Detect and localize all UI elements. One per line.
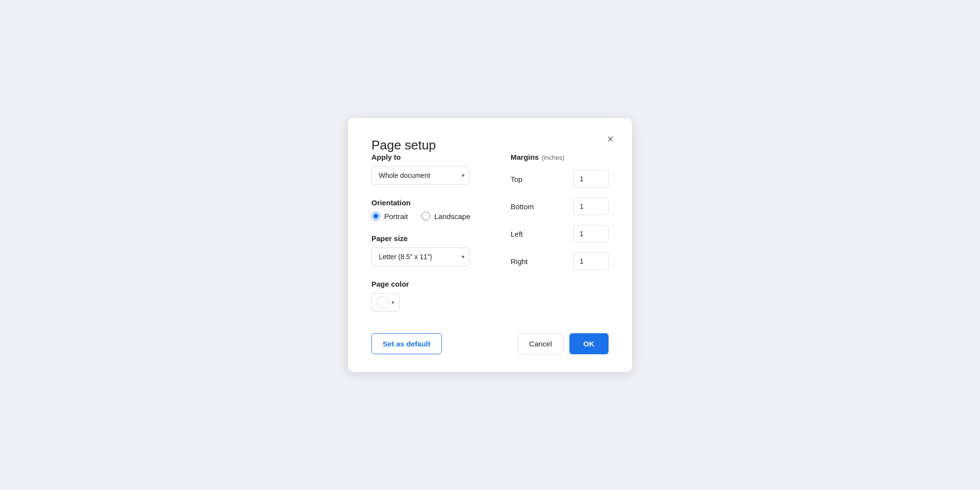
paper-size-wrapper: Letter (8.5" x 11") A4 Legal Tabloid ▾ [371,247,469,266]
margin-bottom-row: Bottom [511,197,609,215]
portrait-radio[interactable] [371,212,380,220]
page-setup-dialog: Page setup × Apply to Whole document Thi… [348,118,632,372]
orientation-section: Orientation Portrait Landscape [371,198,491,220]
margins-heading: Margins (inches) [511,153,609,161]
ok-button[interactable]: OK [569,333,609,354]
paper-size-label: Paper size [371,234,491,243]
orientation-options: Portrait Landscape [371,212,491,220]
margin-left-input[interactable] [573,225,609,243]
page-color-label: Page color [371,280,491,288]
margin-right-input[interactable] [573,252,609,270]
dialog-title: Page setup [371,138,436,152]
page-color-button[interactable]: ▾ [371,293,400,312]
dialog-body: Apply to Whole document This section Sel… [371,153,609,312]
apply-to-wrapper: Whole document This section Selected tex… [371,166,469,185]
cancel-button[interactable]: Cancel [518,333,564,354]
portrait-option[interactable]: Portrait [371,212,408,220]
landscape-label: Landscape [434,212,470,220]
apply-to-select[interactable]: Whole document This section Selected tex… [371,166,469,185]
dialog-footer: Set as default Cancel OK [371,329,609,354]
color-arrow-icon: ▾ [392,299,394,306]
margin-bottom-label: Bottom [511,202,540,211]
orientation-label: Orientation [371,198,491,207]
landscape-option[interactable]: Landscape [421,212,470,220]
margins-section: Margins (inches) Top Bottom Left Right [511,153,609,312]
backdrop: Page setup × Apply to Whole document Thi… [0,0,980,490]
landscape-radio[interactable] [421,212,430,220]
margin-top-input[interactable] [573,170,609,188]
margin-right-label: Right [511,257,540,266]
margin-top-row: Top [511,170,609,188]
margin-top-label: Top [511,175,540,183]
margins-unit-text: (inches) [542,154,564,161]
margin-bottom-input[interactable] [573,197,609,215]
margin-left-label: Left [511,230,540,238]
portrait-label: Portrait [384,212,408,220]
margin-right-row: Right [511,252,609,270]
color-swatch [377,296,389,308]
apply-to-section: Apply to Whole document This section Sel… [371,153,491,185]
apply-to-label: Apply to [371,153,491,161]
paper-size-select[interactable]: Letter (8.5" x 11") A4 Legal Tabloid [371,247,469,266]
set-default-button[interactable]: Set as default [371,333,442,354]
paper-size-section: Paper size Letter (8.5" x 11") A4 Legal … [371,234,491,266]
left-column: Apply to Whole document This section Sel… [371,153,491,312]
margin-left-row: Left [511,225,609,243]
page-color-section: Page color ▾ [371,280,491,312]
margins-label-text: Margins [511,153,539,161]
footer-right-buttons: Cancel OK [518,333,609,354]
close-button[interactable]: × [604,132,616,147]
